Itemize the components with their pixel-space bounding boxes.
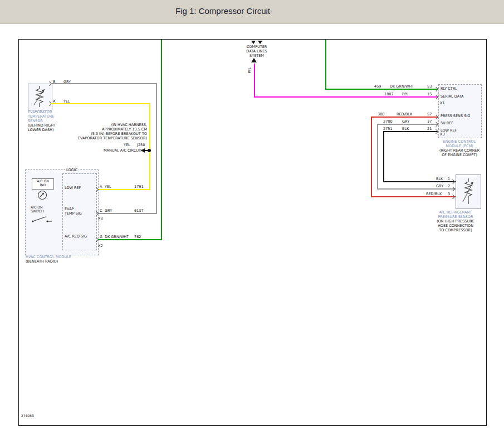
- hvac-wire-a: YEL: [105, 185, 111, 189]
- wire-gry-vertical: [377, 124, 378, 190]
- ac-on-switch-label: A/C ON SWITCH: [31, 205, 44, 213]
- wire-gry-top: [377, 124, 438, 125]
- sensor-pin3-num: 3: [448, 192, 450, 196]
- hvac-evap-label-line2: TEMP SIG: [65, 211, 82, 216]
- logic-label: LOGIC: [65, 168, 79, 172]
- evap-sensor-name-line2: TEMPERATURE: [28, 114, 56, 119]
- evap-sensor-name-line1: EVAPORATOR: [28, 110, 56, 114]
- wire-red-blk-top: [371, 117, 438, 118]
- ecm-row3-pin: 57: [427, 112, 432, 117]
- ecm-location-line2: OF ENGINE COMPT): [434, 153, 485, 157]
- hvac-pin-a: A: [100, 185, 102, 189]
- ecm-row1-ckt: 459: [374, 84, 381, 89]
- wire-blk-vertical: [383, 131, 384, 182]
- hvac-ac-req-label: A/C REQ SIG: [65, 234, 87, 239]
- splice-wire-label: YEL: [124, 143, 130, 147]
- manual-ac-circuit-label: MANUAL A/C CIRCUIT: [104, 148, 142, 153]
- ecm-connector-x1: X1: [440, 101, 445, 105]
- pressure-sensor-name-line2: PRESSURE SENSOR: [430, 215, 481, 219]
- wire-ppl-horizontal: [254, 96, 439, 98]
- hvac-ckt-c: 6137: [134, 208, 144, 213]
- ecm-rly-ctrl-label: RLY CTRL: [441, 86, 457, 91]
- pressure-sensor-name-line1: A/C REFRIGERANT: [430, 210, 481, 215]
- ecm-row1-pin: 53: [427, 84, 432, 89]
- ac-on-ind-line2: IND: [32, 183, 53, 187]
- splice-junction-dot: [148, 149, 151, 152]
- harness-note-line3: (5.3 IN) BEFORE BREAKOUT TO: [66, 132, 147, 136]
- sensor-pin2-num: 2: [448, 184, 450, 188]
- hvac-evap-label-line1: EVAP: [65, 207, 74, 211]
- resistor-symbol-icon: [31, 85, 48, 108]
- wire-dk-grn-wht-right-vertical: [325, 40, 326, 90]
- computer-data-lines-line2: DATA LINES: [234, 49, 280, 54]
- hvac-wire-g: DK GRN/WHT: [105, 235, 129, 239]
- pressure-sensor-name: A/C REFRIGERANT PRESSURE SENSOR (ON HIGH…: [430, 210, 481, 232]
- ecm-row2-ckt: 1807: [384, 92, 394, 96]
- hvac-connector-x3: X3: [98, 216, 103, 221]
- evap-sensor-location-line1: (BEHIND RIGHT: [28, 123, 56, 128]
- harness-note-line4: EVAPORATOR TEMPERATURE SENSOR): [66, 136, 147, 140]
- ecm-name-line2: MODULE (ECM): [434, 144, 485, 148]
- ac-on-switch-line1: A/C ON: [31, 205, 44, 209]
- ecm-row4-pin: 37: [427, 119, 432, 124]
- wire-red-blk-bottom: [371, 196, 456, 197]
- evap-sensor-name-line3: SENSOR: [28, 119, 56, 123]
- evap-sensor-name: EVAPORATOR TEMPERATURE SENSOR (BEHIND RI…: [28, 110, 56, 132]
- sensor-pin2-wire: GRY: [436, 184, 443, 188]
- ecm-press-sens-label: PRESS SENS SIG: [441, 114, 470, 118]
- hvac-connector-x2: X2: [98, 244, 103, 248]
- wire-dk-grn-wht-left-horizontal: [99, 239, 162, 240]
- page-title: Fig 1: Compressor Circuit: [0, 6, 446, 16]
- diagram-id: 276053: [21, 414, 34, 418]
- title-bar: Fig 1: Compressor Circuit: [0, 0, 504, 24]
- pressure-sensor-location-line3: TO COMPRESSOR): [430, 228, 481, 232]
- wire-blk-bottom: [383, 181, 456, 182]
- ecm-row4-wire: GRY: [402, 119, 409, 124]
- wiring-diagram-page: Fig 1: Compressor Circuit COMPUTER DATA …: [0, 0, 504, 432]
- hvac-pin-g: G: [100, 235, 102, 239]
- ecm-row4-ckt: 2700: [383, 119, 393, 124]
- ecm-row3-wire: RED/BLK: [397, 112, 412, 117]
- wire-gry-evap-horizontal: [51, 83, 156, 84]
- ecm-row1-wire: DK GRN/WHT: [390, 84, 414, 89]
- ecm-connector-x3: X3: [440, 132, 445, 137]
- sensor-pin3-wire: RED/BLK: [426, 192, 442, 196]
- hvac-ckt-a: 1791: [134, 185, 144, 189]
- switch-symbol-icon: [31, 215, 52, 224]
- hvac-module-name: HVAC CONTROL MODULE (BENEATH RADIO): [26, 255, 71, 264]
- ecm-row2-pin: 15: [427, 92, 432, 96]
- hvac-module-name-line: HVAC CONTROL MODULE: [26, 255, 71, 259]
- harness-note: (IN HVAC HARNESS, APPROXIMATELY 13.5 CM …: [66, 123, 147, 140]
- pressure-sensor-location-line1: (ON HIGH PRESSURE: [430, 219, 481, 224]
- splice-id-label: J250: [137, 143, 145, 147]
- ecm-row5-wire: BLK: [402, 127, 409, 131]
- ecm-name-line1: ENGINE CONTROL: [434, 139, 485, 144]
- harness-note-line2: APPROXIMATELY 13.5 CM: [66, 127, 147, 132]
- wire-dk-grn-wht-left-vertical: [161, 40, 162, 240]
- wire-red-blk-vertical: [371, 117, 372, 197]
- ecm-5v-ref-label: 5V REF: [441, 121, 453, 125]
- wire-gry-to-hvac: [99, 213, 157, 214]
- hvac-ckt-g: 762: [134, 235, 141, 239]
- ecm-location-line1: (RIGHT REAR CORNER: [434, 148, 485, 153]
- wire-gry-evap-vertical: [156, 83, 157, 213]
- wire-ppl-vertical: [254, 64, 255, 98]
- ecm-row5-ckt: 2751: [383, 127, 393, 131]
- hvac-pin-c: C: [100, 208, 102, 213]
- indicator-lamp-icon: [37, 190, 48, 201]
- ecm-row2-wire: PPL: [402, 92, 408, 96]
- computer-data-lines-line1: COMPUTER: [234, 45, 280, 49]
- manual-ac-arrow-icon: [141, 148, 145, 153]
- ecm-serial-data-label: SERIAL DATA: [441, 94, 464, 99]
- wire-yel-vertical: [149, 103, 150, 190]
- offpage-arrow-down-icon: [251, 41, 256, 44]
- offpage-arrow-down-icon: [258, 41, 262, 44]
- hvac-module-location: (BENEATH RADIO): [26, 259, 71, 264]
- offpage-arrow-up-icon: [251, 58, 257, 62]
- wire-dk-grn-wht-right-horizontal: [325, 89, 439, 90]
- ac-on-ind-box: A/C ON IND: [32, 178, 54, 190]
- sensor-pin1-num: 1: [448, 177, 450, 181]
- ac-on-ind-line1: A/C ON: [32, 179, 53, 183]
- wire-yel-evap-horizontal: [51, 103, 150, 104]
- hvac-wire-c: GRY: [105, 208, 112, 213]
